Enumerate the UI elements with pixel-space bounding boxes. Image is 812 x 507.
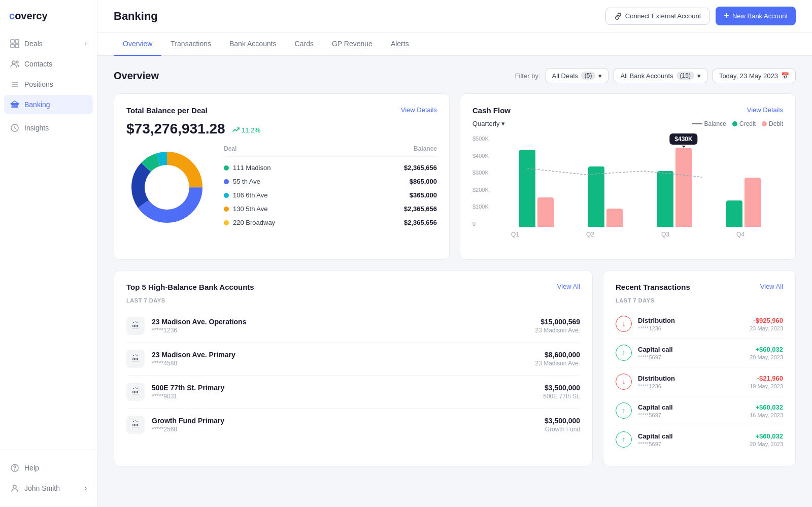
tab-cards[interactable]: Cards xyxy=(286,32,323,56)
connect-button-label: Connect External Account xyxy=(625,12,701,20)
tx-acct: *****5697 xyxy=(638,412,750,418)
tx-info: Capital call *****5697 xyxy=(638,346,750,360)
deal-balance: $2,365,656 xyxy=(404,205,437,213)
credit-dot-icon xyxy=(732,121,737,126)
bank-acct: *****4580 xyxy=(152,360,535,367)
tx-amount: +$60,032 xyxy=(750,432,783,440)
deals-filter-count: (5) xyxy=(581,72,596,80)
deal-color-dot xyxy=(224,165,229,171)
content-area: Overview Filter by: All Deals (5) ▾ All … xyxy=(97,56,812,507)
tx-name: Capital call xyxy=(638,432,750,440)
deal-balance: $2,365,656 xyxy=(404,164,437,172)
sidebar-item-insights[interactable]: Insights xyxy=(4,118,93,138)
bank-deal: 500E 77th St. xyxy=(543,393,580,400)
tx-acct: *****1236 xyxy=(638,383,750,389)
bank-balance: $15,000,569 xyxy=(535,318,580,326)
sidebar-bottom: Help John Smith › xyxy=(0,450,97,507)
balance-line-icon xyxy=(692,123,702,124)
tx-name: Capital call xyxy=(638,346,750,353)
bank-name: 23 Madison Ave. Primary xyxy=(152,351,535,359)
bank-deal: 23 Madison Ave. xyxy=(535,327,580,334)
svg-point-22 xyxy=(145,165,189,210)
list-icon xyxy=(10,80,19,89)
sidebar-item-label: Insights xyxy=(24,124,49,132)
tx-acct: *****1236 xyxy=(638,325,750,331)
trend-up-icon xyxy=(232,126,240,133)
svg-rect-1 xyxy=(15,40,19,43)
cash-flow-chart: $500K $400K $300K $200K $100K 0 xyxy=(472,136,783,247)
grid-icon xyxy=(10,39,19,48)
tx-date: 20 May, 2023 xyxy=(750,441,783,447)
date-filter-dropdown[interactable]: Today, 23 May 2023 📅 xyxy=(713,69,796,83)
transactions-list: ↓ Distribution *****1236 -$925,960 23 Ma… xyxy=(616,310,783,454)
accounts-filter-dropdown[interactable]: All Bank Accounts (15) ▾ xyxy=(614,68,707,83)
new-bank-account-button[interactable]: + New Bank Account xyxy=(716,7,796,25)
sidebar-item-label: John Smith xyxy=(24,484,60,492)
recent-transactions-card: Recent Transactions View All LAST 7 DAYS… xyxy=(603,270,796,466)
overview-header: Overview Filter by: All Deals (5) ▾ All … xyxy=(114,68,796,83)
tab-overview[interactable]: Overview xyxy=(114,32,161,56)
debit-dot-icon xyxy=(762,121,767,126)
logo-text: covercy xyxy=(9,10,48,22)
tab-bank-accounts[interactable]: Bank Accounts xyxy=(220,32,286,56)
total-balance-view-details[interactable]: View Details xyxy=(401,106,437,114)
sidebar-item-deals[interactable]: Deals › xyxy=(4,34,93,53)
deal-table-header: Deal Balance xyxy=(224,145,437,157)
deal-row: 111 Madison $2,365,656 xyxy=(224,161,437,175)
chevron-down-icon: ▾ xyxy=(697,72,701,80)
bank-building-icon: 🏛 xyxy=(126,317,145,335)
tab-transactions[interactable]: Transactions xyxy=(161,32,220,56)
recent-tx-period: LAST 7 DAYS xyxy=(616,297,783,303)
donut-svg xyxy=(126,147,208,228)
bar-group-q1 xyxy=(502,150,571,227)
svg-point-5 xyxy=(16,61,18,63)
bank-icon xyxy=(10,100,19,109)
legend-debit: Debit xyxy=(762,120,783,127)
svg-point-4 xyxy=(12,61,15,64)
sidebar-item-user[interactable]: John Smith › xyxy=(4,479,93,498)
tx-right: +$60,032 16 May, 2023 xyxy=(750,403,783,418)
deal-row: 106 6th Ave $365,000 xyxy=(224,188,437,202)
tx-date: 23 May, 2023 xyxy=(750,325,783,331)
cf-period-selector[interactable]: Quarterly ▾ xyxy=(472,120,505,127)
debit-icon: ↓ xyxy=(616,374,632,390)
new-button-label: New Bank Account xyxy=(732,12,788,20)
deal-name: 111 Madison xyxy=(224,164,404,172)
cash-flow-card: Cash Flow View Details Quarterly ▾ Balan… xyxy=(460,93,796,260)
bank-building-icon: 🏛 xyxy=(126,383,145,401)
cash-flow-view-details[interactable]: View Details xyxy=(747,106,783,114)
deal-row: 55 th Ave $865,000 xyxy=(224,175,437,188)
tab-alerts[interactable]: Alerts xyxy=(382,32,418,56)
cards-row: Total Balance per Deal View Details $73,… xyxy=(114,93,796,260)
sidebar-item-contacts[interactable]: Contacts xyxy=(4,54,93,74)
users-icon xyxy=(10,59,19,69)
tx-acct: *****5697 xyxy=(638,354,750,360)
deals-filter-value: All Deals xyxy=(552,72,578,80)
top-accounts-header: Top 5 High-Balance Bank Accounts View Al… xyxy=(126,283,580,291)
transaction-item: ↓ Distribution *****1236 -$21,960 19 May… xyxy=(616,367,783,396)
deal-name: 130 5th Ave xyxy=(224,205,404,213)
deals-filter-dropdown[interactable]: All Deals (5) ▾ xyxy=(546,68,609,83)
bank-info: Growth Fund Primary *****2568 xyxy=(152,417,545,433)
sidebar-item-banking[interactable]: Banking xyxy=(4,95,93,114)
transaction-item: ↑ Capital call *****5697 +$60,032 20 May… xyxy=(616,339,783,367)
debit-bar-q2 xyxy=(606,209,623,227)
credit-bar-q3 xyxy=(657,171,673,227)
recent-tx-view-all[interactable]: View All xyxy=(760,283,783,290)
sidebar-item-help[interactable]: Help xyxy=(4,458,93,478)
deal-color-dot xyxy=(224,207,229,212)
svg-rect-0 xyxy=(11,40,14,43)
sidebar-item-positions[interactable]: Positions xyxy=(4,75,93,94)
bar-group-q4 xyxy=(709,178,778,227)
debit-bar-q4 xyxy=(745,178,761,227)
credit-icon: ↑ xyxy=(616,345,632,361)
connect-external-account-button[interactable]: Connect External Account xyxy=(605,8,710,25)
total-balance-title: Total Balance per Deal xyxy=(126,106,208,115)
tab-gp-revenue[interactable]: GP Revenue xyxy=(323,32,382,56)
bar-tooltip: $430K xyxy=(669,133,697,145)
top-accounts-view-all[interactable]: View All xyxy=(557,283,580,290)
cf-controls: Quarterly ▾ Balance Credit xyxy=(472,120,783,127)
bank-account-item: 🏛 23 Madison Ave. Operations *****1236 $… xyxy=(126,310,580,343)
sidebar-item-label: Banking xyxy=(24,100,50,109)
legend-balance: Balance xyxy=(692,120,726,127)
